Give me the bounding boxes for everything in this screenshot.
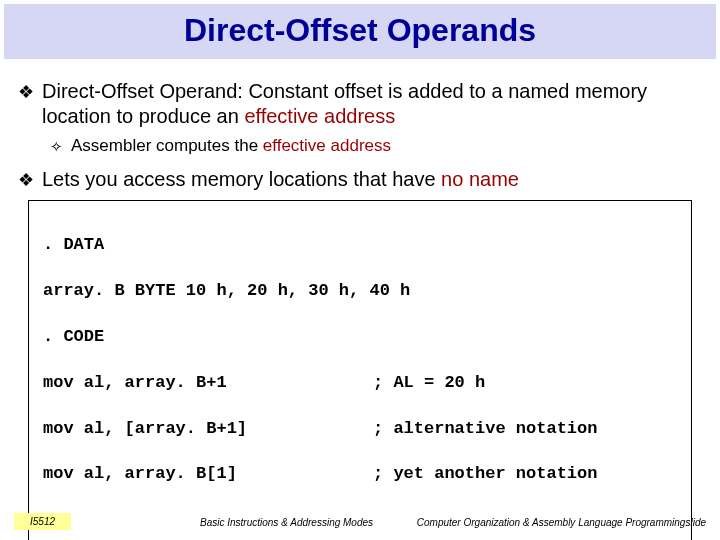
code-line: . CODE: [43, 326, 677, 349]
code-instruction: mov al, array. B+1: [43, 372, 373, 395]
diamond-icon: ❖: [18, 81, 34, 129]
text-fragment: Assembler computes the: [71, 136, 263, 155]
bullet-level1: ❖ Lets you access memory locations that …: [18, 167, 702, 192]
code-line: mov al, array. B+1; AL = 20 h: [43, 372, 677, 395]
code-instruction: mov al, array. B[1]: [43, 463, 373, 486]
text-fragment: Lets you access memory locations that ha…: [42, 168, 441, 190]
text-highlight: effective address: [263, 136, 391, 155]
footer-right: Computer Organization & Assembly Languag…: [417, 517, 706, 528]
footer-center: Basic Instructions & Addressing Modes: [200, 517, 373, 528]
code-line: array. B BYTE 10 h, 20 h, 30 h, 40 h: [43, 280, 677, 303]
code-box: . DATA array. B BYTE 10 h, 20 h, 30 h, 4…: [28, 200, 692, 540]
code-comment: ; alternative notation: [373, 418, 597, 441]
slide-title: Direct-Offset Operands: [4, 12, 716, 49]
bullet-level1: ❖ Direct-Offset Operand: Constant offset…: [18, 79, 702, 129]
bullet-level2: ✧ Assembler computes the effective addre…: [50, 135, 702, 157]
text-highlight: no name: [441, 168, 519, 190]
diamond-outline-icon: ✧: [50, 137, 63, 157]
code-line: mov al, array. B[1]; yet another notatio…: [43, 463, 677, 486]
code-comment: ; yet another notation: [373, 463, 597, 486]
footer-left: I5512: [14, 513, 71, 530]
code-line: mov al, [array. B+1]; alternative notati…: [43, 418, 677, 441]
code-instruction: mov al, [array. B+1]: [43, 418, 373, 441]
bullet-text: Assembler computes the effective address: [71, 135, 391, 157]
text-highlight: effective address: [244, 105, 395, 127]
bullet-text: Lets you access memory locations that ha…: [42, 167, 519, 192]
diamond-icon: ❖: [18, 169, 34, 192]
content-area: ❖ Direct-Offset Operand: Constant offset…: [0, 59, 720, 540]
code-line: . DATA: [43, 234, 677, 257]
code-comment: ; AL = 20 h: [373, 372, 485, 395]
bullet-text: Direct-Offset Operand: Constant offset i…: [42, 79, 702, 129]
title-band: Direct-Offset Operands: [4, 4, 716, 59]
